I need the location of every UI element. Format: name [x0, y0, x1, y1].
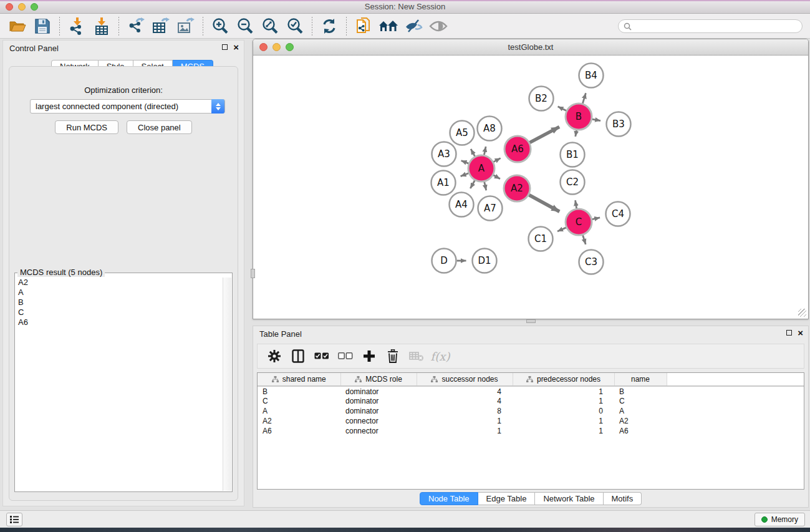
function-builder-button-disabled[interactable]: f(x) — [430, 346, 451, 366]
frame-left-handle[interactable] — [251, 269, 255, 278]
graph-node-A4[interactable]: A4 — [450, 193, 474, 217]
graph-edge-A-A7[interactable] — [485, 181, 486, 190]
column-header-predecessor-nodes[interactable]: predecessor nodes — [513, 373, 614, 386]
zoom-selected-button[interactable] — [282, 16, 307, 36]
graph-edge-A-A2[interactable] — [493, 175, 500, 179]
graph-node-A5[interactable]: A5 — [450, 121, 475, 145]
graph-edge-B-B4[interactable] — [582, 93, 586, 104]
column-header-shared-name[interactable]: shared name — [258, 373, 340, 386]
export-image-button[interactable] — [173, 16, 198, 36]
search-input[interactable] — [618, 19, 803, 33]
show-details-button[interactable] — [426, 16, 451, 36]
tab-motifs[interactable]: Motifs — [604, 492, 642, 505]
table-row[interactable]: Bdominator41B — [258, 386, 804, 396]
close-panel-icon[interactable]: × — [798, 329, 803, 336]
graph-node-C1[interactable]: C1 — [529, 227, 553, 251]
close-panel-icon[interactable]: × — [233, 44, 239, 51]
zoom-out-button[interactable] — [233, 16, 258, 36]
mcds-result-item[interactable]: A6 — [16, 317, 223, 327]
save-session-button[interactable] — [30, 16, 55, 36]
graph-edge-C-C4[interactable] — [592, 218, 600, 220]
automation-panel-button[interactable] — [6, 513, 22, 526]
graph-edge-A-A3[interactable] — [461, 161, 469, 164]
graph-edge-A2-C[interactable] — [529, 195, 559, 212]
mcds-result-item[interactable]: A — [16, 288, 223, 297]
graph-edge-C-C3[interactable] — [583, 235, 586, 244]
memory-button[interactable]: Memory — [755, 513, 805, 526]
export-network-button[interactable] — [123, 16, 148, 36]
graph-node-B[interactable]: B — [566, 104, 592, 130]
column-header-MCDS-role[interactable]: MCDS role — [340, 373, 417, 386]
network-canvas[interactable]: B4B2BB3A8A5A6A3B1AC2A1A2A4A7C4CC1C3DD1 — [254, 56, 807, 317]
frame-bottom-handle[interactable] — [526, 319, 536, 323]
table-cell: connector — [340, 416, 417, 426]
graph-node-D[interactable]: D — [432, 249, 456, 273]
table-row[interactable]: A2connector11A2 — [258, 416, 804, 426]
float-panel-icon[interactable] — [222, 44, 228, 50]
network-file-button[interactable] — [351, 16, 376, 36]
mcds-result-item[interactable]: B — [16, 297, 223, 307]
graph-edge-A-A8[interactable] — [484, 147, 486, 155]
tab-node-table[interactable]: Node Table — [420, 492, 478, 505]
tab-network-table[interactable]: Network Table — [535, 492, 603, 505]
graph-node-B3[interactable]: B3 — [607, 112, 631, 137]
delete-table-button-disabled[interactable] — [406, 346, 427, 366]
graph-node-A8[interactable]: A8 — [478, 117, 502, 141]
graph-edge-A-A1[interactable] — [461, 173, 469, 177]
graph-node-A2[interactable]: A2 — [504, 175, 530, 201]
column-header-successor-nodes[interactable]: successor nodes — [417, 373, 513, 386]
graph-node-B1[interactable]: B1 — [561, 143, 585, 167]
mcds-result-item[interactable]: C — [16, 307, 223, 317]
graph-node-C4[interactable]: C4 — [606, 202, 630, 226]
graph-node-A7[interactable]: A7 — [478, 196, 503, 221]
select-all-button[interactable] — [311, 346, 332, 366]
run-mcds-button[interactable]: Run MCDS — [55, 120, 118, 134]
graph-node-A[interactable]: A — [468, 155, 494, 181]
graph-edge-C-C2[interactable] — [576, 200, 577, 208]
table-row[interactable]: Adominator80A — [258, 406, 804, 416]
add-column-button[interactable] — [359, 346, 380, 366]
graph-edge-A-A6[interactable] — [493, 158, 500, 162]
table-settings-button[interactable] — [264, 346, 285, 366]
criterion-select[interactable]: largest connected component (directed) — [30, 99, 225, 114]
export-table-button[interactable] — [148, 16, 173, 36]
mcds-result-item[interactable]: A2 — [16, 278, 223, 288]
graph-node-A6[interactable]: A6 — [504, 136, 531, 162]
column-header-name[interactable]: name — [614, 373, 667, 386]
deselect-all-button[interactable] — [335, 346, 356, 366]
graph-node-C[interactable]: C — [566, 209, 592, 235]
float-panel-icon[interactable] — [786, 330, 792, 336]
zoom-in-button[interactable] — [208, 16, 233, 36]
graph-edge-C-C1[interactable] — [557, 228, 566, 231]
delete-column-button[interactable] — [382, 346, 403, 366]
graph-edge-B-B2[interactable] — [558, 107, 567, 111]
graph-node-A1[interactable]: A1 — [432, 171, 456, 195]
graph-node-B4[interactable]: B4 — [579, 64, 604, 88]
resize-grip[interactable] — [798, 309, 806, 317]
refresh-button[interactable] — [317, 16, 342, 36]
graph-node-C2[interactable]: C2 — [561, 170, 585, 195]
table-row[interactable]: Cdominator41C — [258, 396, 804, 406]
network-window-titlebar[interactable]: testGlobe.txt — [253, 39, 808, 56]
import-table-button[interactable] — [89, 16, 114, 36]
tab-edge-table[interactable]: Edge Table — [478, 492, 536, 505]
graph-node-B2[interactable]: B2 — [529, 87, 554, 111]
import-network-button[interactable] — [64, 16, 89, 36]
graph-edge-B-B1[interactable] — [576, 130, 577, 137]
table-row[interactable]: A6connector11A6 — [258, 426, 804, 436]
open-file-button[interactable] — [5, 16, 30, 36]
home-button[interactable] — [376, 16, 401, 36]
vizmapper-button[interactable] — [401, 16, 426, 36]
graph-edge-A-A4[interactable] — [470, 180, 475, 188]
graph-node-C3[interactable]: C3 — [579, 250, 604, 274]
close-panel-button[interactable]: Close panel — [127, 120, 192, 134]
mcds-list-scrollbar[interactable] — [223, 278, 231, 491]
zoom-fit-icon — [261, 17, 279, 35]
zoom-fit-button[interactable] — [258, 16, 282, 36]
graph-edge-B-B3[interactable] — [592, 119, 600, 121]
graph-edge-A6-B[interactable] — [529, 127, 559, 142]
graph-node-D1[interactable]: D1 — [473, 249, 497, 273]
show-columns-button[interactable] — [287, 346, 309, 366]
graph-edge-A-A5[interactable] — [471, 149, 475, 157]
graph-node-A3[interactable]: A3 — [432, 142, 456, 167]
